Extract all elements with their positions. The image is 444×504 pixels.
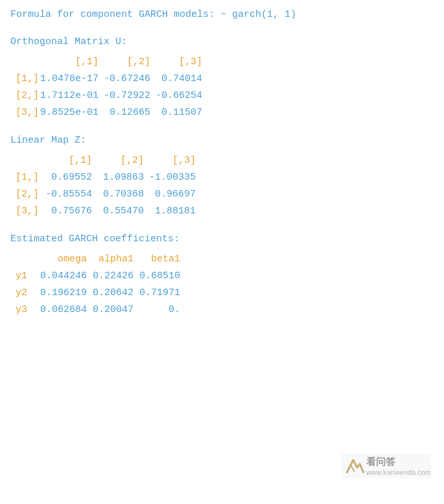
coef-y3-alpha1: 0.20047: [87, 302, 134, 318]
col-header-2: [,2]: [99, 54, 150, 71]
coef-y1-beta1: 0.68510: [134, 268, 180, 285]
lm-col-header-3: [,3]: [144, 152, 196, 169]
lm-row-1: [1,] 0.69552 1.09863 -1.00335: [16, 169, 196, 186]
matrix-row-2: [2,] 1.7112e-01 -0.72922 -0.66254: [16, 88, 202, 104]
coef-row-y3: y3 0.062684 0.20047 0.: [16, 302, 180, 318]
coef-empty-label: [16, 251, 40, 268]
watermark-logo-icon: [342, 453, 366, 478]
cell-1-1: 1.0478e-17: [40, 71, 99, 88]
empty-label: [16, 54, 40, 71]
lm-col-header-1: [,1]: [40, 152, 92, 169]
formula-label: Formula for component GARCH models:: [10, 9, 215, 20]
coef-col-header-row: omega alpha1 beta1: [16, 251, 180, 268]
coef-col-omega: omega: [40, 251, 87, 268]
coef-label-y1: y1: [16, 268, 40, 285]
watermark-box: 看问答 www.kanwenda.com: [342, 453, 431, 478]
cell-3-2: 0.12665: [99, 104, 150, 121]
coef-y2-alpha1: 0.20642: [87, 285, 134, 302]
watermark: 看问答 www.kanwenda.com: [342, 453, 431, 478]
row-label-3: [3,]: [16, 104, 40, 121]
col-header-3: [,3]: [150, 54, 202, 71]
lm-cell-3-1: 0.75676: [40, 203, 92, 220]
orthogonal-matrix-table: [,1] [,2] [,3] [1,] 1.0478e-17 -0.67246 …: [16, 54, 202, 121]
lm-cell-1-2: 1.09863: [92, 169, 144, 186]
matrix-col-header-row: [,1] [,2] [,3]: [16, 54, 202, 71]
lm-cell-2-3: 0.96697: [144, 186, 196, 203]
linear-map-header: Linear Map Z:: [10, 133, 434, 149]
lm-empty-label: [16, 152, 40, 169]
lm-cell-1-3: -1.00335: [144, 169, 196, 186]
cell-3-1: 9.8525e-01: [40, 104, 99, 121]
lm-cell-1-1: 0.69552: [40, 169, 92, 186]
coef-y3-beta1: 0.: [134, 302, 180, 318]
orthogonal-matrix-section: Orthogonal Matrix U: [,1] [,2] [,3] [1,]…: [10, 34, 434, 121]
linear-map-section: Linear Map Z: [,1] [,2] [,3] [1,] 0.6955…: [10, 133, 434, 220]
formula-section: Formula for component GARCH models: ~ ga…: [10, 8, 434, 23]
matrix-row-3: [3,] 9.8525e-01 0.12665 0.11507: [16, 104, 202, 121]
lm-cell-2-2: 0.70368: [92, 186, 144, 203]
lm-col-header-2: [,2]: [92, 152, 144, 169]
coef-label-y3: y3: [16, 302, 40, 318]
orthogonal-matrix-header: Orthogonal Matrix U:: [10, 34, 434, 50]
cell-3-3: 0.11507: [150, 104, 202, 121]
linear-map-table: [,1] [,2] [,3] [1,] 0.69552 1.09863 -1.0…: [16, 152, 196, 220]
cell-2-1: 1.7112e-01: [40, 88, 99, 104]
coef-row-y2: y2 0.196219 0.20642 0.71971: [16, 285, 180, 302]
lm-row-3: [3,] 0.75676 0.55470 1.88181: [16, 203, 196, 220]
lm-cell-3-3: 1.88181: [144, 203, 196, 220]
lm-cell-3-2: 0.55470: [92, 203, 144, 220]
coef-y3-omega: 0.062684: [40, 302, 87, 318]
row-label-1: [1,]: [16, 71, 40, 88]
coef-col-beta1: beta1: [134, 251, 180, 268]
col-header-1: [,1]: [40, 54, 99, 71]
lm-cell-2-1: -0.85554: [40, 186, 92, 203]
watermark-site-name: 看问答: [366, 456, 431, 468]
watermark-url: www.kanwenda.com: [366, 468, 431, 476]
coef-row-y1: y1 0.044246 0.22426 0.68510: [16, 268, 180, 285]
garch-coefs-section: Estimated GARCH coefficients: omega alph…: [10, 232, 434, 318]
garch-coefs-header: Estimated GARCH coefficients:: [10, 232, 434, 247]
coef-label-y2: y2: [16, 285, 40, 302]
lm-row-2: [2,] -0.85554 0.70368 0.96697: [16, 186, 196, 203]
coef-y1-omega: 0.044246: [40, 268, 87, 285]
formula-text: Formula for component GARCH models: ~ ga…: [10, 8, 434, 23]
coef-y1-alpha1: 0.22426: [87, 268, 134, 285]
lm-row-label-3: [3,]: [16, 203, 40, 220]
matrix-row-1: [1,] 1.0478e-17 -0.67246 0.74014: [16, 71, 202, 88]
cell-1-2: -0.67246: [99, 71, 150, 88]
coef-col-alpha1: alpha1: [87, 251, 134, 268]
garch-coefs-table: omega alpha1 beta1 y1 0.044246 0.22426 0…: [16, 251, 180, 318]
cell-2-2: -0.72922: [99, 88, 150, 104]
cell-2-3: -0.66254: [150, 88, 202, 104]
lm-row-label-1: [1,]: [16, 169, 40, 186]
formula-value: ~ garch(1, 1): [220, 9, 296, 20]
coef-y2-omega: 0.196219: [40, 285, 87, 302]
row-label-2: [2,]: [16, 88, 40, 104]
coef-y2-beta1: 0.71971: [134, 285, 180, 302]
lm-col-header-row: [,1] [,2] [,3]: [16, 152, 196, 169]
watermark-text-group: 看问答 www.kanwenda.com: [366, 456, 431, 476]
lm-row-label-2: [2,]: [16, 186, 40, 203]
cell-1-3: 0.74014: [150, 71, 202, 88]
